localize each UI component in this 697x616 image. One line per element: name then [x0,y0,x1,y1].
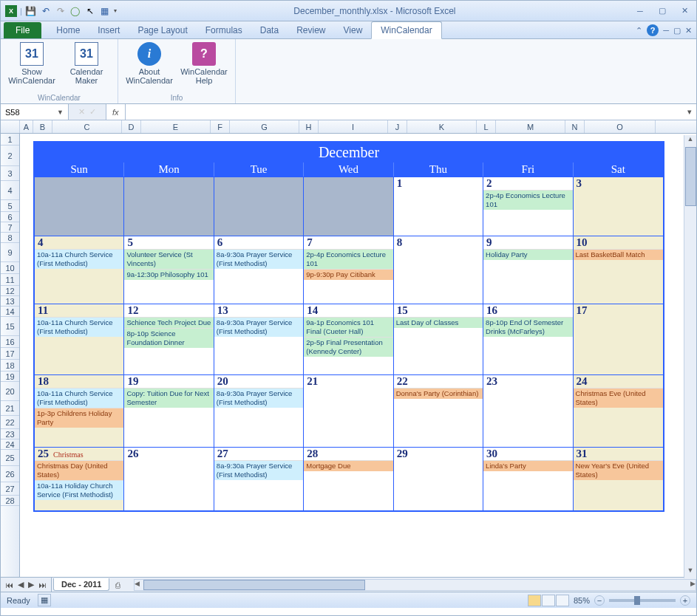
calendar-cell[interactable]: 22p-4p Economics Lecture 101 [483,177,573,236]
calendar-cell[interactable]: 30Linda's Party [483,448,573,510]
zoom-level[interactable]: 85% [574,596,590,605]
calendar-cell[interactable]: 3 [574,177,663,236]
column-header[interactable]: C [52,120,122,133]
calendar-cell[interactable]: 149a-1p Economics 101 Final (Cueter Hall… [304,304,393,374]
calendar-cell[interactable]: 138a-9:30a Prayer Service (First Methodi… [214,304,304,374]
row-header[interactable]: 10 [1,262,19,274]
row-header[interactable]: 11 [1,274,19,286]
row-header[interactable]: 19 [1,372,19,382]
calendar-event[interactable]: 10a-11a Church Service (First Methodist) [35,388,123,408]
calendar-event[interactable]: Last Day of Classes [394,317,483,328]
cells-area[interactable]: December SunMonTueWedThuFriSat 122p-4p E… [20,134,696,577]
doc-close-icon[interactable]: ✕ [685,26,692,35]
calendar-cell[interactable]: 72p-4p Economics Lecture 1019p-9:30p Pay… [304,236,393,304]
sheet-last-icon[interactable]: ⏭ [37,581,48,589]
calendar-cell[interactable]: 68a-9:30a Prayer Service (First Methodis… [214,236,304,304]
calendar-cell[interactable]: 17 [574,304,663,374]
calendar-event[interactable]: 1p-3p Childrens Holiday Party [35,408,123,428]
row-header[interactable]: 15 [1,317,19,336]
select-all-corner[interactable] [1,120,20,133]
tab-view[interactable]: View [335,22,372,38]
calendar-event[interactable]: Copy: Tuition Due for Next Semester [124,388,213,408]
tab-insert[interactable]: Insert [89,22,129,38]
tab-formulas[interactable]: Formulas [197,22,251,38]
column-header[interactable]: N [565,120,585,133]
calendar-event[interactable]: 8a-9:30a Prayer Service (First Methodist… [214,388,303,408]
row-header[interactable]: 3 [1,166,19,181]
row-header[interactable]: 6 [1,212,19,222]
calendar-event[interactable]: 2p-5p Final Presentation (Kennedy Center… [304,337,392,357]
calendar-event[interactable]: Christmas Eve (United States) [574,388,663,408]
macro-record-icon[interactable]: ▦ [38,594,51,606]
column-header[interactable]: H [299,120,319,133]
tab-home[interactable]: Home [47,22,89,38]
save-icon[interactable]: 💾 [25,5,37,17]
horizontal-scrollbar[interactable]: ◀ ▶ [134,579,696,591]
doc-restore-icon[interactable]: ▢ [673,26,681,35]
calendar-cell[interactable]: 410a-11a Church Service (First Methodist… [35,236,124,304]
row-header[interactable]: 27 [1,482,19,496]
row-header[interactable]: 17 [1,348,19,360]
calendar-cell[interactable]: 1110a-11a Church Service (First Methodis… [35,304,124,374]
minimize-button[interactable]: ─ [633,5,647,17]
row-header[interactable]: 9 [1,243,19,262]
calendar-cell[interactable]: 29 [394,448,483,510]
formula-input[interactable] [126,104,683,120]
row-header[interactable]: 24 [1,439,19,450]
zoom-out-button[interactable]: − [594,595,605,606]
row-header[interactable]: 1 [1,134,19,146]
calendar-event[interactable]: Volunteer Service (St Vincents) [124,249,213,269]
new-sheet-button[interactable]: ⎙ [109,579,126,591]
row-header[interactable]: 18 [1,360,19,372]
column-header[interactable]: G [230,120,299,133]
tab-wincalendar[interactable]: WinCalendar [371,21,441,39]
calendar-cell[interactable] [124,177,214,236]
column-header[interactable]: I [319,120,388,133]
minimize-ribbon-icon[interactable]: ⌃ [636,26,642,35]
calendar-event[interactable]: 2p-4p Economics Lecture 101 [483,190,572,210]
column-header[interactable]: M [496,120,565,133]
calendar-event[interactable]: 9a-12:30p Philosophy 101 [124,269,213,280]
scroll-down-icon[interactable]: ▼ [684,567,696,578]
doc-minimize-icon[interactable]: ─ [663,26,669,35]
tab-page-layout[interactable]: Page Layout [129,22,196,38]
scroll-left-icon[interactable]: ◀ [135,580,140,587]
sheet-tab-active[interactable]: Dec - 2011 [53,578,109,591]
scroll-right-icon[interactable]: ▶ [690,580,696,587]
row-header[interactable]: 12 [1,286,19,296]
name-box[interactable]: S58 ▼ [1,104,69,120]
calendar-event[interactable]: Linda's Party [483,460,572,471]
sheet-next-icon[interactable]: ▶ [27,580,35,589]
calendar-cell[interactable]: 1810a-11a Church Service (First Methodis… [35,375,124,447]
row-header[interactable]: 4 [1,181,19,200]
zoom-in-button[interactable]: + [680,595,690,606]
sheet-prev-icon[interactable]: ◀ [16,580,25,589]
undo-icon[interactable]: ↶ [40,5,52,17]
row-header[interactable]: 5 [1,200,19,212]
row-header[interactable]: 2 [1,146,19,166]
calendar-event[interactable]: 8a-9:30a Prayer Service (First Methodist… [214,460,303,480]
row-header[interactable]: 16 [1,336,19,348]
calendar-cell[interactable] [35,177,124,236]
column-header[interactable]: J [388,120,407,133]
zoom-slider[interactable] [609,599,676,602]
row-header[interactable]: 22 [1,416,19,429]
formula-expand-icon[interactable]: ▾ [683,107,696,117]
calendar-cell[interactable]: 28Mortgage Due [304,448,393,510]
pointer-icon[interactable]: ↖ [84,5,96,17]
calendar-cell[interactable]: 1 [394,177,483,236]
close-button[interactable]: ✕ [677,5,692,17]
sheet-first-icon[interactable]: ⏮ [4,581,15,589]
calendar-cell[interactable]: 23 [483,375,573,447]
calendar-event[interactable]: 10a-11a Holiday Church Service (First Me… [35,480,123,500]
column-header[interactable]: B [33,120,52,133]
calendar-cell[interactable] [214,177,304,236]
fx-label[interactable]: fx [106,104,126,120]
calendar-cell[interactable]: 5Volunteer Service (St Vincents)9a-12:30… [124,236,214,304]
calendar-event[interactable]: Donna's Party (Corinthian) [394,388,483,399]
calendar-cell[interactable]: 168p-10p End Of Semester Drinks (McFarle… [483,304,573,374]
tab-file[interactable]: File [4,22,41,38]
calendar-cell[interactable] [304,177,393,236]
row-header[interactable]: 26 [1,466,19,482]
calendar-event[interactable]: Mortgage Due [304,460,392,471]
